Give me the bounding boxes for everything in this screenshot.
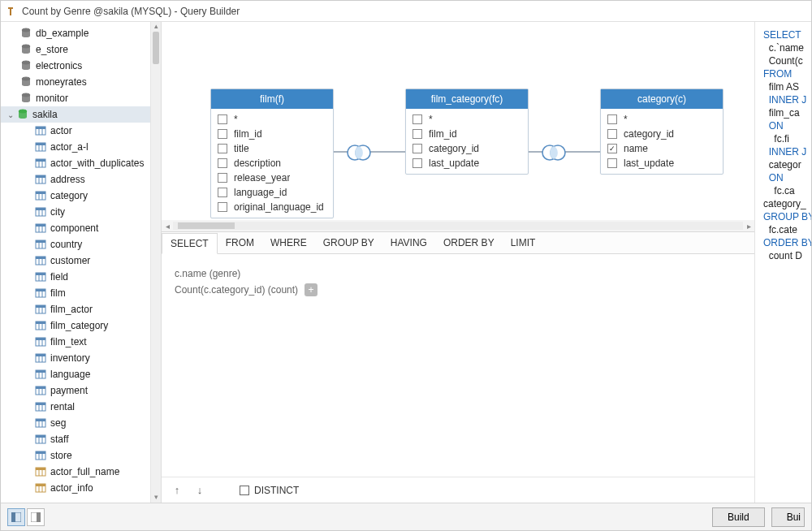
view-icon <box>35 482 46 494</box>
column-checkbox[interactable] <box>412 144 422 153</box>
scroll-up-icon[interactable]: ▴ <box>151 22 161 32</box>
view-item[interactable]: actor_full_name <box>1 464 150 480</box>
join-icon[interactable] <box>540 144 568 162</box>
hscroll-left-icon[interactable]: ◂ <box>162 222 173 231</box>
join-icon[interactable] <box>345 144 373 162</box>
table-card-header[interactable]: film_category(fc) <box>406 89 528 109</box>
toggle-left-panel[interactable] <box>7 508 25 526</box>
table-item[interactable]: actor <box>1 123 150 139</box>
table-item[interactable]: film_text <box>1 334 150 350</box>
column-row[interactable]: title <box>211 141 333 156</box>
move-down-icon[interactable]: ↓ <box>192 484 207 496</box>
hscroll-right-icon[interactable]: ▸ <box>743 222 754 231</box>
table-item[interactable]: film_actor <box>1 301 150 317</box>
table-item[interactable]: country <box>1 236 150 253</box>
scroll-thumb[interactable] <box>153 32 159 64</box>
column-row[interactable]: language_id <box>211 185 333 200</box>
table-item[interactable]: rental <box>1 399 150 415</box>
column-row[interactable]: name <box>601 141 723 156</box>
column-checkbox[interactable] <box>218 188 227 197</box>
db-item[interactable]: e_store <box>1 41 150 58</box>
tab-select[interactable]: SELECT <box>162 233 218 254</box>
table-item[interactable]: film <box>1 285 150 301</box>
table-card-header[interactable]: category(c) <box>601 89 723 109</box>
distinct-checkbox[interactable]: DISTINCT <box>240 485 299 496</box>
table-item[interactable]: customer <box>1 253 150 269</box>
select-row[interactable]: Count(c.category_id) (count)+ <box>175 282 741 298</box>
canvas-hscroll[interactable]: ◂ ▸ <box>162 220 754 231</box>
move-up-icon[interactable]: ↑ <box>170 484 184 496</box>
db-item[interactable]: monitor <box>1 90 150 106</box>
column-checkbox[interactable] <box>607 158 617 168</box>
column-row[interactable]: * <box>601 112 723 127</box>
column-checkbox[interactable] <box>218 173 227 183</box>
table-card[interactable]: category(c)*category_idnamelast_update <box>600 88 723 175</box>
column-row[interactable]: category_id <box>601 127 723 141</box>
column-row[interactable]: film_id <box>211 127 333 141</box>
scroll-down-icon[interactable]: ▾ <box>151 493 161 503</box>
tab-having[interactable]: HAVING <box>382 232 435 253</box>
toggle-right-panel[interactable] <box>27 508 45 526</box>
column-row[interactable]: last_update <box>406 156 528 171</box>
table-item[interactable]: actor_with_duplicates <box>1 155 150 171</box>
column-row[interactable]: category_id <box>406 141 528 156</box>
tab-group-by[interactable]: GROUP BY <box>315 232 382 253</box>
column-row[interactable]: original_language_id <box>211 200 333 214</box>
table-item[interactable]: city <box>1 204 150 220</box>
table-item[interactable]: category <box>1 188 150 204</box>
column-checkbox[interactable] <box>218 202 227 212</box>
table-icon <box>35 141 46 153</box>
column-row[interactable]: film_id <box>406 127 528 141</box>
column-checkbox[interactable] <box>218 158 227 168</box>
tab-from[interactable]: FROM <box>218 232 262 253</box>
column-checkbox[interactable] <box>218 114 227 124</box>
column-checkbox[interactable] <box>218 144 227 153</box>
table-card[interactable]: film(f)*film_idtitledescriptionrelease_y… <box>210 88 334 218</box>
hscroll-thumb[interactable] <box>178 222 235 229</box>
checkbox-icon[interactable] <box>240 486 249 495</box>
table-item[interactable]: address <box>1 171 150 188</box>
table-item[interactable]: field <box>1 269 150 285</box>
table-item[interactable]: inventory <box>1 350 150 366</box>
column-row[interactable]: release_year <box>211 171 333 185</box>
build-button[interactable]: Build <box>712 507 765 527</box>
add-select-icon[interactable]: + <box>304 283 317 296</box>
column-checkbox[interactable] <box>412 114 422 124</box>
tab-limit[interactable]: LIMIT <box>503 232 544 253</box>
column-checkbox[interactable] <box>412 158 422 168</box>
sidebar-scrollbar[interactable]: ▴ ▾ <box>150 22 161 503</box>
svg-rect-21 <box>36 159 45 162</box>
db-item[interactable]: moneyrates <box>1 74 150 90</box>
column-checkbox[interactable] <box>412 129 422 139</box>
column-row[interactable]: description <box>211 156 333 171</box>
tab-order-by[interactable]: ORDER BY <box>435 232 503 253</box>
db-item[interactable]: electronics <box>1 58 150 74</box>
column-checkbox[interactable] <box>607 129 617 139</box>
tab-where[interactable]: WHERE <box>262 232 315 253</box>
table-item[interactable]: seg <box>1 415 150 431</box>
view-item[interactable]: actor_info <box>1 480 150 496</box>
table-item[interactable]: actor_a-l <box>1 139 150 155</box>
table-card-header[interactable]: film(f) <box>211 89 333 109</box>
column-row[interactable]: * <box>211 112 333 127</box>
build-run-button[interactable]: Bui <box>771 507 805 527</box>
db-item[interactable]: db_example <box>1 25 150 41</box>
column-checkbox[interactable] <box>218 129 227 139</box>
db-item-active[interactable]: ⌄sakila <box>1 106 150 123</box>
collapse-icon[interactable]: ⌄ <box>6 110 15 119</box>
table-item[interactable]: component <box>1 220 150 236</box>
table-item[interactable]: film_category <box>1 317 150 334</box>
table-item[interactable]: payment <box>1 382 150 399</box>
column-row[interactable]: * <box>406 112 528 127</box>
query-canvas[interactable]: film(f)*film_idtitledescriptionrelease_y… <box>162 22 754 220</box>
column-checkbox[interactable] <box>607 114 617 124</box>
table-item[interactable]: language <box>1 366 150 382</box>
column-checkbox[interactable] <box>607 144 617 153</box>
column-row[interactable]: last_update <box>601 156 723 171</box>
table-item[interactable]: staff <box>1 431 150 447</box>
db-tree[interactable]: db_examplee_storeelectronicsmoneyratesmo… <box>1 22 150 503</box>
table-card[interactable]: film_category(fc)*film_idcategory_idlast… <box>405 88 529 175</box>
select-row[interactable]: c.name (genre) <box>175 266 741 282</box>
hscroll-track[interactable] <box>173 222 743 230</box>
table-item[interactable]: store <box>1 447 150 464</box>
